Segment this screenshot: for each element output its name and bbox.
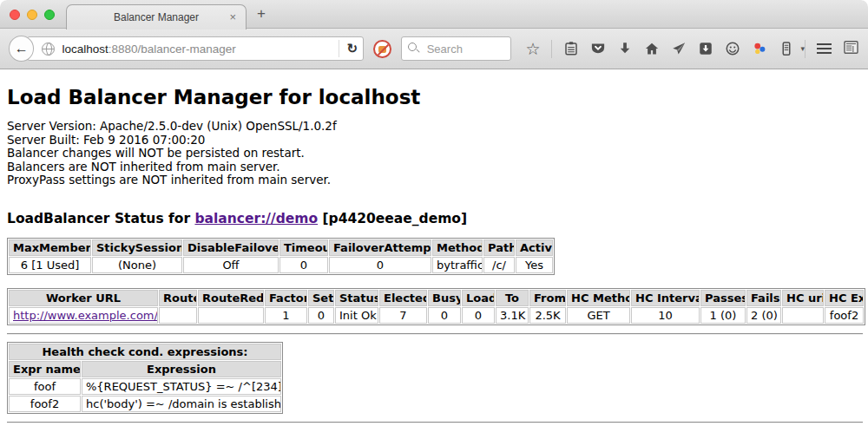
cell-maxmembers: 6 [1 Used] bbox=[9, 257, 91, 273]
column-header: Busy bbox=[428, 290, 461, 306]
column-header: Timeout bbox=[279, 239, 328, 256]
column-header: HC Method bbox=[567, 290, 630, 306]
server-version-line: Server Version: Apache/2.5.0-dev (Unix) … bbox=[7, 120, 863, 134]
notice-line: Balancer changes will NOT be persisted o… bbox=[7, 147, 863, 161]
colored-dots-icon[interactable] bbox=[752, 41, 767, 56]
zoom-window-button[interactable] bbox=[44, 10, 55, 20]
search-box[interactable] bbox=[401, 36, 512, 61]
column-header: Path bbox=[483, 239, 515, 256]
notice-line: ProxyPass settings are NOT inherited fro… bbox=[7, 174, 863, 187]
cell-path: /c/ bbox=[483, 257, 515, 273]
send-icon[interactable] bbox=[671, 41, 687, 56]
cell-fails: 2 (0) bbox=[746, 307, 781, 324]
plugin-block-icon[interactable] bbox=[373, 40, 391, 58]
cell-timeout: 0 bbox=[279, 257, 328, 273]
cell-from: 2.5K bbox=[529, 307, 566, 324]
health-table-title-row: Health check cond. expressions: bbox=[9, 344, 281, 360]
toolbar-divider bbox=[805, 40, 806, 58]
clipboard-icon[interactable] bbox=[563, 41, 579, 56]
column-header: Expression bbox=[82, 361, 281, 377]
column-header: Factor bbox=[265, 290, 307, 306]
health-table-row: foof2 hc('body') =~ /domain is establish… bbox=[9, 396, 281, 412]
cell-active: Yes bbox=[516, 257, 553, 273]
new-tab-button[interactable]: + bbox=[257, 5, 266, 23]
column-header: StickySession bbox=[92, 239, 182, 256]
tab-close-icon[interactable]: × bbox=[229, 10, 236, 23]
home-icon[interactable] bbox=[644, 41, 660, 56]
cell-hc-method: GET bbox=[567, 307, 630, 324]
url-path: :8880/balancer-manager bbox=[108, 43, 236, 56]
panels-icon[interactable] bbox=[843, 39, 859, 59]
status-heading: LoadBalancer Status for balancer://demo … bbox=[7, 211, 863, 226]
worker-table-row: http://www.example.com/ 1 0 Init Ok 7 0 … bbox=[9, 307, 864, 324]
column-header: HC Interval bbox=[631, 290, 700, 306]
column-header: Expr name bbox=[9, 361, 81, 377]
worker-url-link[interactable]: http://www.example.com/ bbox=[13, 309, 158, 322]
health-table-row: foof %{REQUEST_STATUS} =~ /^[234]/ bbox=[9, 378, 281, 395]
status-prefix: LoadBalancer Status for bbox=[7, 211, 194, 226]
cell-status: Init Ok bbox=[335, 307, 378, 324]
cell-to: 3.1K bbox=[496, 307, 529, 324]
cell-method: bytraffic bbox=[432, 257, 483, 273]
browser-window: Balancer Manager × + ← localhost:8880/ba… bbox=[0, 0, 868, 426]
globe-icon bbox=[42, 43, 55, 56]
health-check-table: Health check cond. expressions: Expr nam… bbox=[7, 342, 283, 414]
health-table-title: Health check cond. expressions: bbox=[9, 344, 281, 360]
reload-icon[interactable]: ↻ bbox=[346, 41, 358, 56]
pocket-icon[interactable] bbox=[590, 41, 606, 56]
container-icon[interactable] bbox=[779, 41, 794, 56]
column-header: Fails bbox=[746, 290, 781, 306]
health-table-header-row: Expr name Expression bbox=[9, 361, 281, 377]
url-bar[interactable]: localhost:8880/balancer-manager ↻ bbox=[27, 36, 364, 61]
cell-hc-uri bbox=[782, 307, 824, 324]
browser-tab[interactable]: Balancer Manager × bbox=[66, 4, 247, 29]
cell-hc-interval: 10 bbox=[631, 307, 700, 324]
toolbar-right-group bbox=[805, 39, 859, 59]
column-header: HC uri bbox=[782, 290, 824, 306]
search-input[interactable] bbox=[425, 42, 495, 56]
url-text: localhost:8880/balancer-manager bbox=[62, 43, 235, 56]
column-header: Active bbox=[516, 239, 553, 256]
download-box-icon[interactable] bbox=[698, 41, 713, 56]
column-header: Load bbox=[462, 290, 495, 306]
smiley-icon[interactable] bbox=[725, 41, 740, 56]
bookmark-star-icon[interactable]: ☆ bbox=[525, 41, 540, 57]
column-header: Elected bbox=[379, 290, 427, 306]
cell-stickysession: (None) bbox=[92, 257, 182, 273]
server-built-line: Server Built: Feb 9 2016 07:00:20 bbox=[7, 134, 863, 147]
column-header: To bbox=[496, 290, 529, 306]
cell-worker-url: http://www.example.com/ bbox=[9, 307, 158, 324]
balancer-link[interactable]: balancer://demo bbox=[194, 211, 318, 226]
page-title: Load Balancer Manager for localhost bbox=[7, 86, 863, 108]
cell-hc-expr: foof2 bbox=[825, 307, 864, 324]
column-header: DisableFailover bbox=[183, 239, 279, 256]
cell-routeredir bbox=[198, 307, 264, 324]
minimize-window-button[interactable] bbox=[27, 10, 37, 20]
url-host: localhost bbox=[62, 43, 108, 56]
cell-disablefailover: Off bbox=[183, 257, 279, 273]
cell-expression: hc('body') =~ /domain is established/ bbox=[82, 396, 281, 412]
url-divider bbox=[339, 40, 339, 57]
search-icon bbox=[408, 43, 420, 55]
column-header: FailoverAttempts bbox=[329, 239, 431, 256]
cell-elected: 7 bbox=[379, 307, 427, 324]
column-header: HC Expr bbox=[825, 290, 864, 306]
close-window-button[interactable] bbox=[10, 10, 20, 20]
cell-expr-name: foof bbox=[9, 378, 81, 395]
downloads-icon[interactable] bbox=[617, 41, 633, 56]
title-bar: Balancer Manager × + bbox=[0, 0, 868, 29]
column-header: Route bbox=[159, 290, 197, 306]
balancer-table-header-row: MaxMembers StickySession DisableFailover… bbox=[9, 239, 553, 256]
toolbar-divider bbox=[551, 40, 552, 58]
cell-load: 0 bbox=[462, 307, 495, 324]
column-header: Status bbox=[335, 290, 378, 306]
menu-icon[interactable] bbox=[817, 41, 832, 56]
worker-table-header-row: Worker URL Route RouteRedir Factor Set S… bbox=[9, 290, 864, 306]
cell-route bbox=[159, 307, 197, 324]
column-header: Method bbox=[432, 239, 483, 256]
column-header: From bbox=[529, 290, 566, 306]
window-controls bbox=[10, 10, 55, 20]
cell-expression: %{REQUEST_STATUS} =~ /^[234]/ bbox=[82, 378, 281, 395]
cell-busy: 0 bbox=[428, 307, 461, 324]
column-header: Set bbox=[308, 290, 334, 306]
